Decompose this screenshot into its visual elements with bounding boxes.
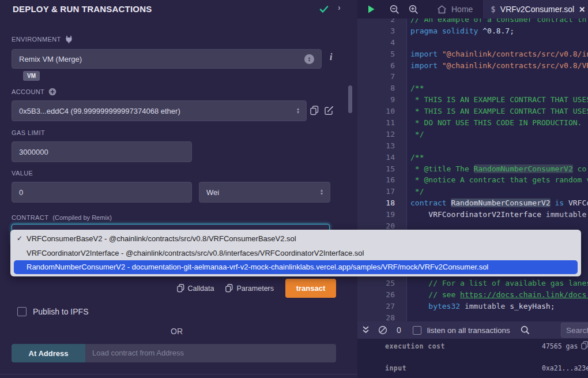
selected-check-icon: ✓ <box>17 231 22 246</box>
line-number: 18 <box>357 197 406 209</box>
line-number: 14 <box>357 152 406 163</box>
line-number: 9 <box>357 94 406 106</box>
close-tab-icon[interactable]: ✕ <box>579 5 585 14</box>
code-line: // For a list of available gas lanes <box>410 278 588 289</box>
listen-all-checkbox[interactable] <box>413 326 421 335</box>
environment-label: ENVIRONMENT <box>12 35 73 43</box>
code-line: contract RandomNumberConsumerV2 is VRFCo <box>410 197 588 209</box>
code-line: */ <box>410 129 588 140</box>
line-number: 10 <box>357 106 406 117</box>
at-address-button[interactable]: At Address <box>12 344 85 362</box>
code-line: */ <box>410 186 588 197</box>
contract-option-label: VRFCoordinatorV2Interface - @chainlink/c… <box>27 249 364 257</box>
sort-carets-icon: ▴▾ <box>304 54 314 64</box>
line-number: 6 <box>357 60 406 72</box>
account-select[interactable]: 0x5B3...eddC4 (99.999999999997374068 eth… <box>12 100 307 121</box>
zoom-in-icon[interactable] <box>409 5 419 14</box>
line-number: 25 <box>357 278 406 289</box>
terminal-row-value: 47565 gas <box>542 342 578 350</box>
code-line: // see https://docs.chain.link/docs, <box>410 289 588 301</box>
solidity-file-icon: $ <box>491 5 495 14</box>
code-line: pragma solidity ^0.8.7; <box>410 25 588 37</box>
contract-option[interactable]: ✓VRFConsumerBaseV2 - @chainlink/contract… <box>10 231 581 246</box>
or-separator: OR <box>0 327 353 336</box>
contract-option[interactable]: VRFCoordinatorV2Interface - @chainlink/c… <box>10 246 581 260</box>
calldata-button[interactable]: Calldata <box>177 284 214 293</box>
code-line: * @notice A contract that gets random v <box>410 174 588 186</box>
plus-circle-icon[interactable] <box>48 88 56 96</box>
value-input[interactable] <box>12 182 192 203</box>
deploy-actions-row: Calldata Parameters transact <box>177 279 336 298</box>
editor-tabbar: Home $ VRFv2Consumer.sol ✕ <box>357 0 588 18</box>
panel-title: DEPLOY & RUN TRANSACTIONS <box>13 4 152 14</box>
contract-label: CONTRACT (Compiled by Remix) <box>12 214 112 221</box>
code-line: /** <box>410 83 588 94</box>
tab-home[interactable]: Home <box>427 0 484 18</box>
code-line: import "@chainlink/contracts/src/v0.8/in <box>410 48 588 60</box>
value-unit-select[interactable]: Wei ▴▾ <box>199 182 330 203</box>
terminal-row: input0xa21...a23e4 <box>385 364 588 372</box>
terminal-row-key: execution cost <box>385 342 445 350</box>
sort-carets-icon: ▴▾ <box>321 189 323 196</box>
line-number: 12 <box>357 129 406 140</box>
vm-badge: VM <box>23 71 40 81</box>
line-number: 16 <box>357 174 406 186</box>
expand-terminal-icon[interactable] <box>362 326 370 334</box>
line-number: 19 <box>357 209 406 220</box>
line-number: 27 <box>357 301 406 312</box>
line-number: 2 <box>357 18 406 25</box>
line-number: 26 <box>357 289 406 301</box>
search-icon <box>521 325 530 335</box>
contract-dropdown-list: ✓VRFConsumerBaseV2 - @chainlink/contract… <box>10 230 581 276</box>
code-line <box>410 37 588 48</box>
line-number: 11 <box>357 117 406 129</box>
code-line: // An example of a consumer contract th <box>410 18 588 25</box>
code-line: * DO NOT USE THIS CODE IN PRODUCTION. <box>410 117 588 129</box>
parameters-button[interactable]: Parameters <box>225 284 274 293</box>
value-label: VALUE <box>12 170 33 177</box>
publish-ipfs-checkbox[interactable] <box>17 307 27 316</box>
deploy-run-panel: DEPLOY & RUN TRANSACTIONS › ENVIRONMENT … <box>0 0 357 378</box>
panel-scrollbar-thumb[interactable] <box>348 85 352 113</box>
line-number: 4 <box>357 37 406 48</box>
edit-account-icon[interactable] <box>324 106 334 115</box>
terminal-toolbar: 0 listen on all transactions <box>357 321 588 339</box>
environment-select[interactable]: Remix VM (Merge) ▴▾ <box>12 49 322 69</box>
copy-account-icon[interactable] <box>310 106 319 115</box>
at-address-input[interactable] <box>85 344 336 362</box>
gas-limit-label: GAS LIMIT <box>12 129 45 136</box>
clear-console-icon[interactable] <box>378 325 387 335</box>
run-script-icon[interactable] <box>367 5 376 14</box>
code-line: * @title The RandomNumberConsumerV2 co <box>410 163 588 175</box>
listen-all-label: listen on all transactions <box>427 326 510 335</box>
code-line: * THIS IS AN EXAMPLE CONTRACT THAT USES <box>410 106 588 117</box>
transact-button[interactable]: transact <box>285 279 336 298</box>
code-line: * THIS IS AN EXAMPLE CONTRACT THAT USES <box>410 94 588 106</box>
sort-carets-icon: ▴▾ <box>297 107 299 114</box>
remix-ide-window: DEPLOY & RUN TRANSACTIONS › ENVIRONMENT … <box>0 0 588 378</box>
zoom-out-icon[interactable] <box>390 5 399 14</box>
environment-info-icon[interactable]: i <box>330 52 332 62</box>
code-line: /** <box>410 152 588 163</box>
line-number: 15 <box>357 163 406 175</box>
plug-icon <box>65 35 73 43</box>
panel-divider <box>0 374 357 375</box>
contract-option-label: RandomNumberConsumerV2 - documentation-g… <box>27 263 488 271</box>
terminal-output[interactable]: execution cost47565 gasinput0xa21...a23e… <box>357 339 588 378</box>
terminal-row-key: input <box>385 364 406 372</box>
terminal-search-input[interactable] <box>561 323 588 338</box>
contract-option-label: VRFConsumerBaseV2 - @chainlink/contracts… <box>27 234 296 243</box>
line-number: 17 <box>357 186 406 197</box>
publish-ipfs-label: Publish to IPFS <box>33 307 89 316</box>
gas-limit-input[interactable] <box>12 141 192 162</box>
account-label: ACCOUNT <box>12 88 56 96</box>
transaction-count: 0 <box>397 325 401 335</box>
code-line: import "@chainlink/contracts/src/v0.8/VR <box>410 60 588 72</box>
tab-vrfv2consumer-sol[interactable]: $ VRFv2Consumer.sol ✕ <box>484 0 588 18</box>
chevron-right-icon[interactable]: › <box>338 3 341 12</box>
contract-option[interactable]: RandomNumberConsumerV2 - documentation-g… <box>14 260 578 274</box>
terminal-row: execution cost47565 gas <box>385 342 588 350</box>
line-number: 5 <box>357 48 406 60</box>
line-number: 7 <box>357 71 406 83</box>
code-line: VRFCoordinatorV2Interface immutable <box>410 209 588 220</box>
